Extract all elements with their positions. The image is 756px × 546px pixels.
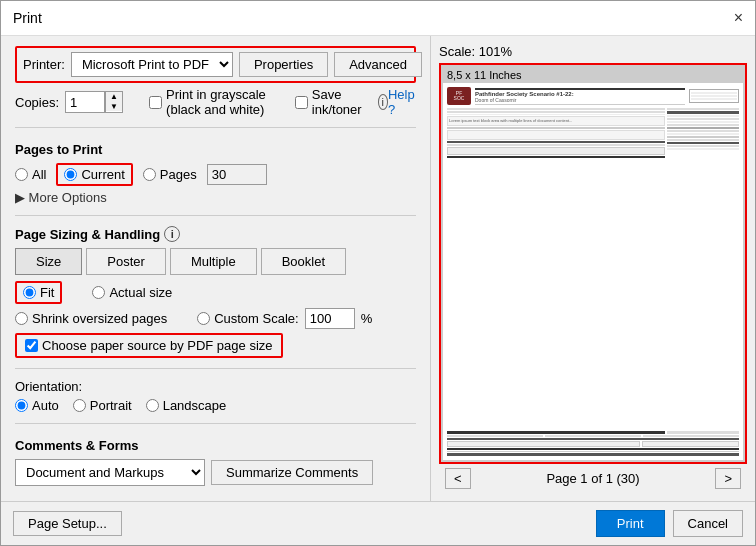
fit-radio[interactable] <box>23 286 36 299</box>
comments-forms-section: Comments & Forms Document and Markups Su… <box>15 434 416 486</box>
orientation-label: Orientation: <box>15 379 82 394</box>
spinner-down[interactable]: ▼ <box>106 102 122 112</box>
all-radio[interactable] <box>15 168 28 181</box>
cancel-button[interactable]: Cancel <box>673 510 743 537</box>
preview-document: PFSOC Pathfinder Society Scenario #1-22:… <box>443 83 743 460</box>
auto-radio[interactable] <box>15 399 28 412</box>
comments-select[interactable]: Document and Markups <box>15 459 205 486</box>
save-ink-checkbox[interactable] <box>295 96 308 109</box>
preview-area: 8,5 x 11 Inches PFSOC Pathfinder Society… <box>439 63 747 464</box>
custom-scale-row: Custom Scale: % <box>197 308 372 329</box>
booklet-button[interactable]: Booklet <box>261 248 346 275</box>
comments-forms-title: Comments & Forms <box>15 438 416 453</box>
pages-radio-label[interactable]: Pages <box>143 167 197 182</box>
page-info: Page 1 of 1 (30) <box>546 471 639 486</box>
info-icon[interactable]: i <box>378 94 388 110</box>
actual-size-radio[interactable] <box>92 286 105 299</box>
custom-scale-radio[interactable] <box>197 312 210 325</box>
pages-to-print-title: Pages to Print <box>15 142 416 157</box>
landscape-radio[interactable] <box>146 399 159 412</box>
advanced-button[interactable]: Advanced <box>334 52 422 77</box>
print-button[interactable]: Print <box>596 510 665 537</box>
shrink-radio-label[interactable]: Shrink oversized pages <box>15 311 167 326</box>
summarize-comments-button[interactable]: Summarize Comments <box>211 460 373 485</box>
help-link[interactable]: Help ? <box>388 87 416 117</box>
grayscale-checkbox-label[interactable]: Print in grayscale (black and white) <box>149 87 279 117</box>
help-question-icon: ? <box>388 102 395 117</box>
multiple-button[interactable]: Multiple <box>170 248 257 275</box>
copies-spinner[interactable]: ▲ ▼ <box>105 91 123 113</box>
preview-nav: < Page 1 of 1 (30) > <box>439 464 747 493</box>
next-page-button[interactable]: > <box>715 468 741 489</box>
paper-source-checkbox[interactable] <box>25 339 38 352</box>
pages-to-print-section: Pages to Print All Current Pages <box>15 138 416 205</box>
current-radio[interactable] <box>64 168 77 181</box>
printer-row: Printer: Microsoft Print to PDF Properti… <box>15 46 416 83</box>
help-row: Copies: ▲ ▼ Print in grayscale (black an… <box>15 87 416 117</box>
copies-label: Copies: <box>15 95 59 110</box>
portrait-radio-label[interactable]: Portrait <box>73 398 132 413</box>
preview-size-label: 8,5 x 11 Inches <box>443 67 743 83</box>
landscape-radio-label[interactable]: Landscape <box>146 398 227 413</box>
save-ink-checkbox-label[interactable]: Save ink/toner <box>295 87 362 117</box>
actual-size-radio-label[interactable]: Actual size <box>92 285 172 300</box>
pages-number-input[interactable] <box>207 164 267 185</box>
auto-radio-label[interactable]: Auto <box>15 398 59 413</box>
orientation-section: Orientation: Auto Portrait Landscape <box>15 379 416 413</box>
spinner-up[interactable]: ▲ <box>106 92 122 102</box>
copies-input[interactable] <box>65 91 105 113</box>
close-icon[interactable]: × <box>734 9 743 27</box>
copies-row: Copies: ▲ ▼ Print in grayscale (black an… <box>15 87 388 117</box>
left-panel: Printer: Microsoft Print to PDF Properti… <box>1 36 431 501</box>
footer: Page Setup... Print Cancel <box>1 501 755 545</box>
portrait-radio[interactable] <box>73 399 86 412</box>
custom-scale-input[interactable] <box>305 308 355 329</box>
page-setup-button[interactable]: Page Setup... <box>13 511 122 536</box>
all-radio-label[interactable]: All <box>15 167 46 182</box>
printer-label: Printer: <box>23 57 65 72</box>
title-bar: Print × <box>1 1 755 36</box>
custom-scale-radio-label[interactable]: Custom Scale: <box>197 311 299 326</box>
page-sizing-info-icon[interactable]: i <box>164 226 180 242</box>
size-button[interactable]: Size <box>15 248 82 275</box>
printer-select[interactable]: Microsoft Print to PDF <box>71 52 233 77</box>
poster-button[interactable]: Poster <box>86 248 166 275</box>
pages-radio[interactable] <box>143 168 156 181</box>
fit-radio-label[interactable]: Fit <box>15 281 62 304</box>
grayscale-checkbox[interactable] <box>149 96 162 109</box>
properties-button[interactable]: Properties <box>239 52 328 77</box>
scale-text: Scale: 101% <box>439 44 512 59</box>
more-options[interactable]: ▶ More Options <box>15 190 416 205</box>
page-sizing-section: Page Sizing & Handling i Size Poster Mul… <box>15 226 416 358</box>
prev-page-button[interactable]: < <box>445 468 471 489</box>
shrink-radio[interactable] <box>15 312 28 325</box>
page-sizing-title: Page Sizing & Handling i <box>15 226 416 242</box>
window-title: Print <box>13 10 42 26</box>
paper-source-row: Choose paper source by PDF page size <box>15 333 283 358</box>
current-radio-label[interactable]: Current <box>56 163 132 186</box>
right-panel: Scale: 101% 8,5 x 11 Inches PFSOC Pathfi… <box>431 36 755 501</box>
